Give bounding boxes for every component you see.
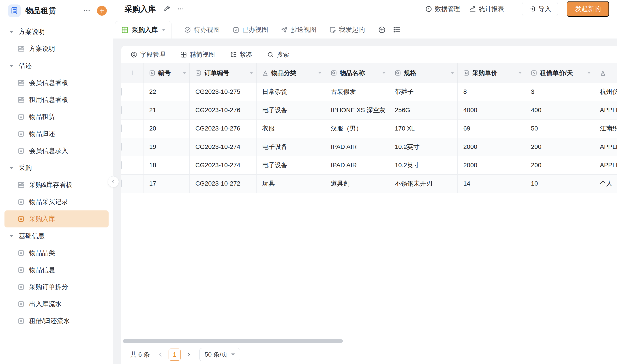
sidebar-item-wupincaimaijilu[interactable]: 物品采买记录	[4, 194, 109, 210]
table-row[interactable]: 18 CG2023-10-274 电子设备 IPAD AIR 10.2英寸 20…	[121, 156, 617, 174]
view-list-icon[interactable]	[393, 26, 401, 34]
tab-caigouruku-active[interactable]: 采购入库	[115, 21, 171, 39]
form-icon	[17, 198, 25, 206]
nut-icon	[130, 51, 138, 58]
lookup-field-icon	[195, 70, 202, 76]
sidebar-item-wupinzulin[interactable]: 物品租赁	[4, 108, 109, 125]
column-filter-icon[interactable]	[250, 72, 253, 74]
chevron-down-icon	[9, 31, 13, 33]
column-filter-icon[interactable]	[382, 72, 386, 74]
table-row[interactable]: 20 CG2023-10-276 衣服 汉服（男） 170 XL 69 50 江…	[121, 119, 617, 138]
add-view-icon[interactable]	[378, 26, 386, 34]
chevron-down-icon	[9, 235, 13, 237]
gauge-icon	[425, 5, 432, 13]
table-view-icon	[121, 26, 129, 34]
next-page-button[interactable]	[184, 350, 194, 360]
create-new-button[interactable]: 发起新的	[567, 1, 609, 17]
sidebar-group-jiehuan[interactable]: 借还	[0, 57, 113, 74]
page-more-icon[interactable]	[177, 5, 184, 13]
search-icon	[267, 51, 274, 58]
prev-page-button[interactable]	[155, 350, 166, 360]
row-checkbox[interactable]	[121, 143, 122, 151]
table-header-row: 编号 订单编号 物品分类 物品名称	[121, 63, 617, 83]
sidebar-group-jichuxinxi[interactable]: 基础信息	[0, 227, 113, 245]
sidebar-item-caigouruku[interactable]: 采购入库	[4, 210, 109, 227]
row-checkbox[interactable]	[121, 161, 122, 169]
compact-view-button[interactable]: 精简视图	[180, 50, 215, 59]
form-icon	[17, 283, 25, 291]
tab-my-initiated[interactable]: 我发起的	[329, 21, 365, 39]
sidebar-collapse-button[interactable]	[108, 176, 119, 187]
column-header-zujiedanjia: 租借单价/天	[540, 69, 585, 77]
table-row[interactable]: 17 CG2023-10-272 玩具 道具剑 不锈钢未开刃 14 10 个人	[121, 174, 617, 193]
column-header-guige: 规格	[404, 69, 448, 77]
tab-done-view[interactable]: 已办视图	[232, 21, 268, 39]
import-icon	[529, 6, 536, 12]
table-row[interactable]: 22 CG2023-10-275 日常杂货 古装假发 带辫子 8 3 杭州仿	[121, 83, 617, 101]
row-checkbox[interactable]	[121, 124, 122, 132]
sidebar-item-huiyuanxinxiluru[interactable]: 会员信息录入	[4, 142, 109, 159]
pagination-bar: 共 6 条 1 50 条/页	[121, 345, 617, 364]
dense-button[interactable]: 紧凑	[230, 50, 252, 59]
page-header: 采购入库 数据管理 统计报表 导入 发起新的	[113, 0, 617, 18]
sidebar-item-churukuliushui[interactable]: 出入库流水	[4, 296, 109, 312]
tab-todo-view[interactable]: 待办视图	[184, 21, 220, 39]
row-checkbox[interactable]	[121, 106, 122, 114]
column-filter-icon[interactable]	[518, 72, 522, 74]
sidebar-item-wupinguihuan[interactable]: 物品归还	[4, 125, 109, 142]
sidebar-item-wupinxinxi[interactable]: 物品信息	[4, 261, 109, 278]
select-all-cell	[121, 63, 143, 83]
report-button[interactable]: 统计报表	[469, 5, 504, 13]
number-field-icon	[531, 70, 537, 76]
sidebar-group-fanganshuoming[interactable]: 方案说明	[0, 23, 113, 40]
sidebar-item-caigoudingdanchaifen[interactable]: 采购订单拆分	[4, 278, 109, 296]
header-actions: 数据管理 统计报表 导入 发起新的	[425, 1, 609, 17]
app-add-button[interactable]	[97, 6, 107, 16]
form-icon	[17, 215, 25, 222]
table-row[interactable]: 19 CG2023-10-274 电子设备 IPAD AIR 10.2英寸 20…	[121, 138, 617, 156]
row-height-icon	[230, 51, 237, 58]
app-more-icon[interactable]	[82, 6, 92, 16]
sidebar-item-wupinpinlei[interactable]: 物品品类	[4, 245, 109, 261]
row-checkbox[interactable]	[121, 88, 122, 96]
form-icon	[17, 113, 25, 120]
sidebar-item-huiyuanxinxikanban[interactable]: 会员信息看板	[4, 74, 109, 91]
sidebar-item-zujieguihuanliushui[interactable]: 租借/归还流水	[4, 312, 109, 329]
wrench-icon[interactable]	[163, 5, 170, 13]
tab-cc-view[interactable]: 抄送视图	[281, 21, 317, 39]
select-all-checkbox[interactable]	[132, 70, 133, 75]
column-filter-icon[interactable]	[451, 72, 454, 74]
chevron-down-icon	[9, 167, 13, 169]
row-checkbox[interactable]	[121, 180, 122, 187]
trend-chart-icon	[469, 5, 476, 13]
column-filter-icon[interactable]	[587, 72, 591, 74]
check-circle-icon	[184, 26, 191, 33]
sidebar-item-zuyongxinxikanban[interactable]: 租用信息看板	[4, 91, 109, 108]
table-row[interactable]: 21 CG2023-10-276 电子设备 IPHONE XS 深空灰 256G…	[121, 101, 617, 119]
app-header: 物品租赁	[0, 0, 113, 22]
divider	[513, 4, 513, 14]
column-header-caigoudanjia: 采购单价	[472, 69, 515, 77]
current-page-button[interactable]: 1	[168, 349, 181, 361]
dashboard-icon	[17, 181, 25, 188]
sidebar-item-caigoukucunkanban[interactable]: 采购&库存看板	[4, 176, 109, 194]
search-button[interactable]: 搜索	[267, 50, 289, 59]
column-filter-icon[interactable]	[183, 72, 186, 74]
number-field-icon	[463, 70, 470, 76]
horizontal-scrollbar[interactable]	[123, 339, 343, 343]
form-icon	[17, 147, 25, 155]
field-manage-button[interactable]: 字段管理	[130, 50, 165, 59]
import-button[interactable]: 导入	[522, 2, 558, 16]
form-icon	[17, 249, 25, 257]
column-header-wupinfenlei: 物品分类	[271, 69, 315, 77]
send-icon	[281, 26, 288, 33]
lookup-field-icon	[395, 70, 401, 76]
sidebar-item-fanganshuoming[interactable]: 方案说明	[4, 40, 109, 57]
page-size-select[interactable]: 50 条/页	[199, 348, 240, 361]
text-field-icon	[262, 70, 269, 76]
sidebar-menu: 方案说明 方案说明 借还 会员信息看板 租用信息看板 物品租赁 物品归还	[0, 22, 113, 329]
column-filter-icon[interactable]	[318, 72, 322, 74]
form-icon	[17, 266, 25, 273]
sidebar-group-caigou[interactable]: 采购	[0, 159, 113, 176]
data-manage-button[interactable]: 数据管理	[425, 5, 460, 13]
